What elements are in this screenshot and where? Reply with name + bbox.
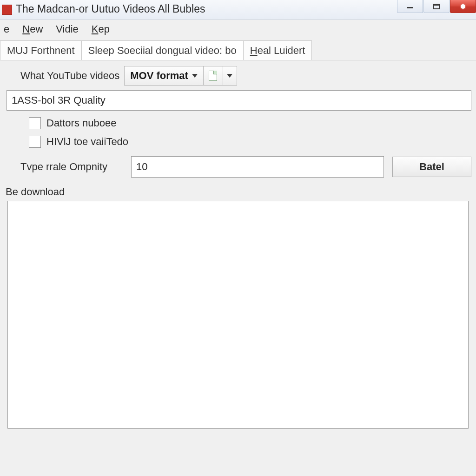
- menu-accel: N: [22, 23, 30, 35]
- menu-rest: ew: [30, 23, 43, 35]
- menu-item-kep[interactable]: Kep: [92, 23, 110, 35]
- minimize-button[interactable]: [397, 0, 423, 13]
- menu-bar: e New Vidie Kep: [0, 20, 476, 39]
- chevron-down-icon: [227, 74, 232, 78]
- tab-sleep-special[interactable]: Sleep Soeciial dongual video: bo: [81, 40, 244, 60]
- window-controls: [397, 0, 476, 13]
- window-title: The Madcan-or Uutuo Videos All Bubles: [16, 3, 397, 16]
- tab-accel: H: [250, 45, 258, 57]
- batel-button[interactable]: Batel: [392, 157, 471, 177]
- document-icon: [209, 71, 217, 81]
- minimize-icon: [407, 7, 413, 8]
- menu-item-vidie[interactable]: Vidie: [56, 23, 79, 35]
- numeric-row: Tvpe rrale Ompnity Batel: [5, 156, 471, 178]
- what-videos-label: What YouTube videos: [20, 70, 119, 82]
- menu-item-truncated[interactable]: e: [4, 23, 9, 35]
- quality-row: [5, 90, 471, 111]
- download-section-label: Be download: [6, 186, 471, 198]
- format-aux-button[interactable]: [204, 66, 223, 86]
- checkbox-row-1: Dattors nuboee: [5, 117, 471, 129]
- checkbox-row-2: HIVlJ toe vaiiTedo: [5, 136, 471, 148]
- checkbox-hivu[interactable]: [29, 136, 41, 148]
- tab-rest: eal Luidert: [258, 45, 305, 57]
- menu-rest: ep: [98, 23, 109, 35]
- format-dropdown-main[interactable]: MOV format: [124, 66, 204, 86]
- close-button[interactable]: [450, 0, 476, 13]
- quality-input[interactable]: [7, 90, 471, 111]
- tab-strip: MUJ Forthnent Sleep Soeciial dongual vid…: [0, 39, 476, 60]
- app-icon: [2, 5, 12, 15]
- menu-item-new[interactable]: New: [22, 23, 43, 35]
- ompnity-input[interactable]: [131, 156, 384, 178]
- maximize-button[interactable]: [423, 0, 450, 13]
- tab-forthnent[interactable]: MUJ Forthnent: [0, 40, 82, 60]
- tab-heal-luidert[interactable]: Heal Luidert: [243, 40, 312, 60]
- download-listbox[interactable]: [7, 201, 469, 429]
- ompnity-label: Tvpe rrale Ompnity: [20, 161, 123, 173]
- format-dropdown[interactable]: MOV format: [124, 66, 237, 86]
- checkbox-dattors-label: Dattors nuboee: [46, 117, 116, 129]
- format-split-button[interactable]: [223, 66, 237, 86]
- checkbox-dattors[interactable]: [29, 117, 41, 129]
- title-bar: The Madcan-or Uutuo Videos All Bubles: [0, 0, 476, 20]
- maximize-icon: [433, 4, 440, 9]
- chevron-down-icon: [192, 74, 198, 78]
- content-area: What YouTube videos MOV format Dattors n…: [0, 60, 476, 429]
- menu-accel: K: [92, 23, 99, 35]
- format-row: What YouTube videos MOV format: [5, 66, 471, 86]
- checkbox-hivu-label: HIVlJ toe vaiiTedo: [46, 136, 128, 148]
- close-icon: [461, 4, 465, 9]
- format-selected-text: MOV format: [130, 70, 188, 82]
